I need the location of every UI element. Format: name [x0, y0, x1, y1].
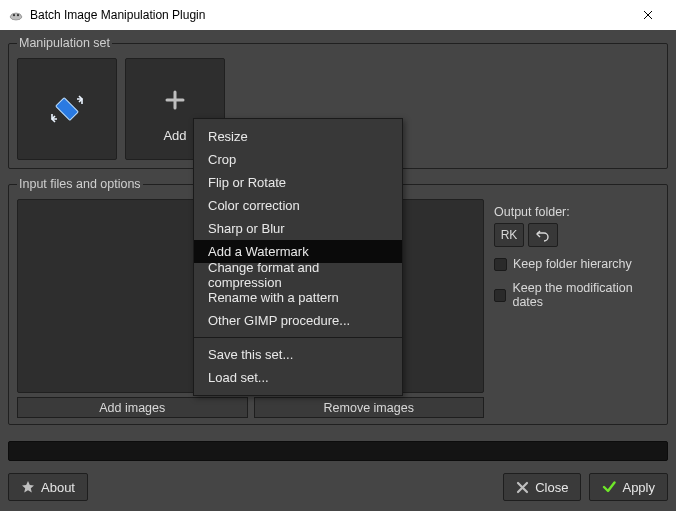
menu-item[interactable]: Flip or Rotate [194, 171, 402, 194]
plus-icon [164, 76, 186, 124]
close-button[interactable]: Close [503, 473, 581, 501]
output-folder-label: Output folder: [494, 205, 659, 219]
menu-item[interactable]: Change format and compression [194, 263, 402, 286]
progress-bar [8, 441, 668, 461]
keep-folder-label: Keep folder hierarchy [513, 257, 632, 271]
manipulation-set-legend: Manipulation set [17, 36, 112, 50]
add-images-button[interactable]: Add images [17, 397, 248, 418]
remove-images-button[interactable]: Remove images [254, 397, 485, 418]
menu-item[interactable]: Resize [194, 125, 402, 148]
star-icon [21, 480, 35, 494]
app-icon [8, 7, 24, 23]
svg-point-1 [17, 14, 19, 16]
input-files-legend: Input files and options [17, 177, 143, 191]
close-label: Close [535, 480, 568, 495]
svg-point-0 [13, 14, 15, 16]
add-manipulation-menu[interactable]: ResizeCropFlip or RotateColor correction… [193, 118, 403, 396]
keep-dates-label: Keep the modification dates [512, 281, 659, 309]
output-folder-field[interactable]: RK [494, 223, 524, 247]
keep-folder-checkbox[interactable] [494, 258, 507, 271]
apply-label: Apply [622, 480, 655, 495]
menu-item[interactable]: Color correction [194, 194, 402, 217]
check-icon [602, 480, 616, 494]
window-title: Batch Image Manipulation Plugin [30, 8, 628, 22]
svg-rect-2 [56, 98, 79, 121]
close-icon [516, 481, 529, 494]
window-close-button[interactable] [628, 0, 668, 30]
about-label: About [41, 480, 75, 495]
close-icon [643, 10, 653, 20]
add-manipulation-label: Add [163, 128, 186, 143]
menu-item-load[interactable]: Load set... [194, 366, 402, 389]
menu-item[interactable]: Sharp or Blur [194, 217, 402, 240]
titlebar: Batch Image Manipulation Plugin [0, 0, 676, 30]
output-folder-browse-button[interactable] [528, 223, 558, 247]
rotate-icon [49, 85, 85, 133]
menu-item[interactable]: Crop [194, 148, 402, 171]
menu-separator [194, 337, 402, 338]
footer: About Close Apply [0, 461, 676, 509]
undo-icon [536, 228, 550, 242]
apply-button[interactable]: Apply [589, 473, 668, 501]
menu-item[interactable]: Other GIMP procedure... [194, 309, 402, 332]
manipulation-tile[interactable] [17, 58, 117, 160]
about-button[interactable]: About [8, 473, 88, 501]
keep-dates-checkbox[interactable] [494, 289, 506, 302]
menu-item-save[interactable]: Save this set... [194, 343, 402, 366]
